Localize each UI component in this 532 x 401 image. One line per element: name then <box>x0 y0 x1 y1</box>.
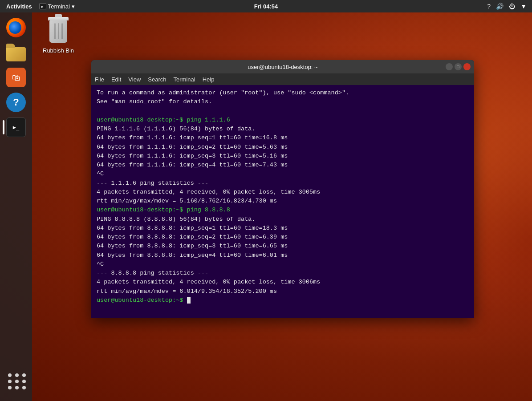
bin-stripe <box>54 23 56 39</box>
terminal-prompt: user@ubuntu18-desktop:~$ <box>97 297 187 304</box>
rubbish-bin-label: Rubbish Bin <box>43 47 74 54</box>
grid-dot <box>8 386 12 389</box>
terminal-cursor <box>187 297 191 304</box>
sidebar-item-software[interactable]: 🛍 <box>5 67 27 88</box>
terminal-taskbar-icon <box>39 3 46 9</box>
activities-button[interactable]: Activities <box>4 2 34 11</box>
terminal-line: 64 bytes from 8.8.8.8: icmp_seq=2 ttl=60… <box>97 233 469 242</box>
terminal-line: --- 8.8.8.8 ping statistics --- <box>97 269 469 278</box>
terminal-line: ^C <box>97 170 469 178</box>
sidebar-item-terminal[interactable] <box>5 117 27 138</box>
terminal-line <box>97 107 469 116</box>
terminal-line: 4 packets transmitted, 4 received, 0% pa… <box>97 278 469 287</box>
grid-dot <box>8 380 12 383</box>
terminal-prompt-line: user@ubuntu18-desktop:~$ <box>97 296 469 305</box>
terminal-line: 64 bytes from 1.1.1.6: icmp_seq=2 ttl=60… <box>97 143 469 152</box>
grid-dot <box>22 386 26 389</box>
terminal-line: user@ubuntu18-desktop:~$ ping 8.8.8.8 <box>97 206 469 215</box>
sidebar-dock: 🛍 ? <box>0 12 32 401</box>
sidebar-item-help[interactable]: ? <box>5 92 27 113</box>
terminal-title: user@ubuntu18-desktop: ~ <box>248 64 317 70</box>
help-icon: ? <box>6 93 26 112</box>
bin-lid <box>48 17 69 20</box>
window-controls: — □ ✕ <box>446 63 471 70</box>
software-icon: 🛍 <box>6 68 26 87</box>
system-tray: ? 🔊 ⏻ ▼ <box>486 3 528 10</box>
terminal-taskbar-label: Terminal <box>48 3 70 10</box>
top-panel-left: Activities Terminal ▾ <box>4 2 75 11</box>
window-maximize-button[interactable]: □ <box>455 63 462 70</box>
grid-dot <box>15 386 19 389</box>
sidebar-item-firefox[interactable] <box>5 17 27 38</box>
terminal-line: rtt min/avg/max/mdev = 5.160/8.762/16.82… <box>97 197 469 206</box>
menu-file[interactable]: File <box>95 76 104 83</box>
app-grid-button[interactable] <box>5 371 27 392</box>
grid-dot <box>15 380 19 383</box>
terminal-line: 4 packets transmitted, 4 received, 0% pa… <box>97 188 469 197</box>
menu-edit[interactable]: Edit <box>111 76 121 83</box>
desktop: Activities Terminal ▾ Fri 04:54 ? 🔊 ⏻ ▼ <box>0 0 532 401</box>
terminal-line: --- 1.1.1.6 ping statistics --- <box>97 179 469 188</box>
terminal-window: user@ubuntu18-desktop: ~ — □ ✕ File Edit… <box>91 60 474 318</box>
power-tray-icon[interactable]: ⏻ <box>508 3 516 10</box>
bin-icon <box>46 17 71 45</box>
terminal-line: 64 bytes from 8.8.8.8: icmp_seq=3 ttl=60… <box>97 242 469 251</box>
terminal-line: PING 8.8.8.8 (8.8.8.8) 56(84) bytes of d… <box>97 215 469 224</box>
bin-stripe <box>58 23 59 39</box>
terminal-line: See "man sudo_root" for details. <box>97 97 469 106</box>
grid-dot <box>8 373 12 377</box>
grid-dot <box>22 380 26 383</box>
grid-dot <box>15 373 19 377</box>
grid-dot <box>22 373 26 377</box>
window-minimize-button[interactable]: — <box>446 63 453 70</box>
terminal-line: 64 bytes from 1.1.1.6: icmp_seq=3 ttl=60… <box>97 152 469 161</box>
help-tray-icon[interactable]: ? <box>486 3 491 10</box>
terminal-line: 64 bytes from 8.8.8.8: icmp_seq=1 ttl=60… <box>97 224 469 233</box>
volume-tray-icon[interactable]: 🔊 <box>495 3 504 10</box>
terminal-line: 64 bytes from 8.8.8.8: icmp_seq=4 ttl=60… <box>97 251 469 260</box>
terminal-taskbar-arrow: ▾ <box>72 3 75 10</box>
menu-terminal[interactable]: Terminal <box>174 76 195 83</box>
tray-dropdown-icon[interactable]: ▼ <box>520 3 528 10</box>
terminal-menubar: File Edit View Search Terminal Help <box>91 73 474 85</box>
terminal-line: 64 bytes from 1.1.1.6: icmp_seq=4 ttl=60… <box>97 161 469 170</box>
terminal-line: To run a command as administrator (user … <box>97 89 469 97</box>
terminal-line: 64 bytes from 1.1.1.6: icmp_seq=1 ttl=60… <box>97 134 469 142</box>
terminal-line: PING 1.1.1.6 (1.1.1.6) 56(84) bytes of d… <box>97 125 469 134</box>
window-close-button[interactable]: ✕ <box>463 63 471 70</box>
clock: Fri 04:54 <box>254 3 278 10</box>
terminal-titlebar: user@ubuntu18-desktop: ~ — □ ✕ <box>91 60 474 73</box>
sidebar-item-files[interactable] <box>5 42 27 63</box>
menu-search[interactable]: Search <box>148 76 166 83</box>
terminal-body[interactable]: To run a command as administrator (user … <box>91 85 474 318</box>
bin-body <box>49 20 67 43</box>
files-icon <box>6 44 26 61</box>
menu-view[interactable]: View <box>128 76 141 83</box>
menu-help[interactable]: Help <box>203 76 215 83</box>
firefox-icon <box>6 18 26 37</box>
terminal-line: user@ubuntu18-desktop:~$ ping 1.1.1.6 <box>97 116 469 125</box>
terminal-indicator[interactable]: Terminal ▾ <box>39 3 75 10</box>
rubbish-bin[interactable]: Rubbish Bin <box>43 17 74 54</box>
terminal-line: rtt min/avg/max/mdev = 6.014/9.354/18.35… <box>97 287 469 296</box>
terminal-dock-icon <box>6 117 26 137</box>
terminal-line: ^C <box>97 260 469 269</box>
top-panel: Activities Terminal ▾ Fri 04:54 ? 🔊 ⏻ ▼ <box>0 0 532 12</box>
bin-stripe <box>61 23 63 39</box>
